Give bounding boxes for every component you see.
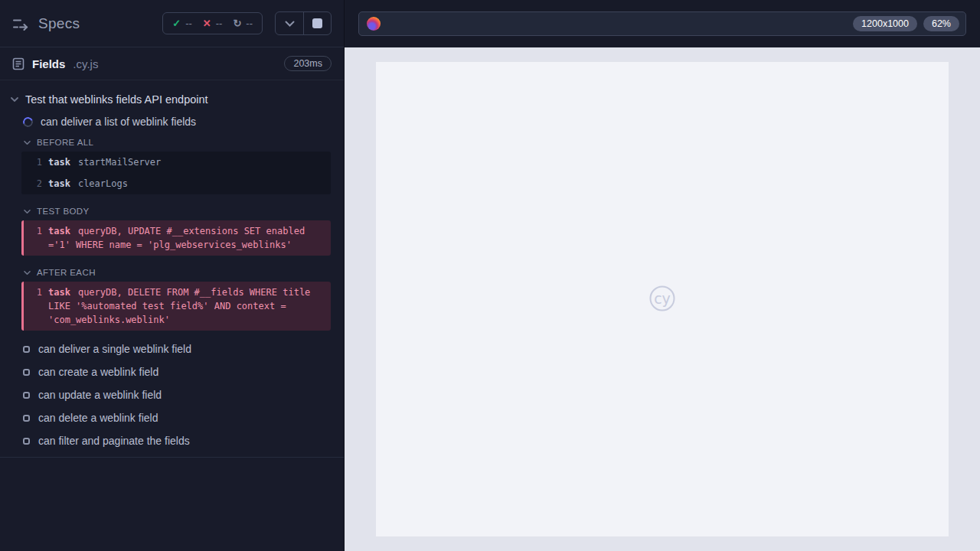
stop-icon	[312, 18, 322, 28]
stage-background: cy	[345, 47, 980, 551]
stat-failed: ✕ --	[203, 18, 223, 29]
cypress-app: Specs ✓ -- ✕ -- ↻ --	[0, 0, 980, 551]
command-text: taskqueryDB, DELETE FROM #__fields WHERE…	[48, 285, 326, 327]
pending-test-icon	[23, 415, 30, 422]
command-message: queryDB, UPDATE #__extensions SET enable…	[48, 226, 305, 250]
spec-file-row[interactable]: Fields .cy.js 203ms	[0, 47, 344, 80]
running-count: --	[246, 18, 253, 29]
hook-label: BEFORE ALL	[37, 138, 93, 147]
stat-running: ↻ --	[233, 18, 253, 29]
suite-title: Test that weblinks fields API endpoint	[25, 93, 208, 106]
run-controls	[275, 11, 332, 35]
command-method: task	[48, 287, 70, 298]
command-row[interactable]: 2 taskclearLogs	[24, 173, 331, 194]
command-row[interactable]: 1 taskstartMailServer	[24, 152, 331, 173]
hook-label: AFTER EACH	[37, 268, 96, 277]
test-stats: ✓ -- ✕ -- ↻ --	[162, 12, 263, 34]
command-number: 1	[24, 155, 48, 169]
chevron-down-icon	[285, 21, 295, 27]
command-message: queryDB, DELETE FROM #__fields WHERE tit…	[48, 287, 310, 325]
passed-count: --	[185, 18, 192, 29]
command-text: taskqueryDB, UPDATE #__extensions SET en…	[48, 224, 326, 252]
test-title: can delete a weblink field	[38, 412, 158, 424]
url-bar[interactable]: 1200x1000 62%	[358, 11, 966, 36]
firefox-icon	[367, 17, 381, 31]
stop-run-button[interactable]	[303, 12, 331, 34]
hook-before-all[interactable]: BEFORE ALL	[0, 132, 344, 149]
command-text: taskclearLogs	[48, 177, 326, 191]
pending-test-icon	[23, 392, 30, 399]
test-title: can deliver a list of weblink fields	[41, 116, 196, 128]
test-title: can create a weblink field	[38, 366, 158, 378]
command-method: task	[48, 178, 70, 189]
command-message: startMailServer	[78, 157, 161, 168]
test-title: can filter and paginate the fields	[38, 435, 190, 447]
pending-test-row[interactable]: can update a weblink field	[0, 383, 344, 406]
test-tree: Test that weblinks fields API endpoint c…	[0, 80, 344, 452]
zoom-level-badge: 62%	[923, 16, 959, 32]
reporter-header: Specs ✓ -- ✕ -- ↻ --	[0, 0, 344, 47]
check-icon: ✓	[172, 18, 181, 28]
chevron-down-icon	[24, 271, 31, 275]
command-method: task	[48, 157, 70, 168]
viewport-size-badge: 1200x1000	[853, 16, 917, 32]
chevron-down-icon	[11, 97, 18, 102]
pending-test-icon	[23, 438, 30, 445]
command-row[interactable]: 1 taskqueryDB, DELETE FROM #__fields WHE…	[24, 282, 331, 331]
spec-file-extension: .cy.js	[73, 57, 98, 70]
suite-row[interactable]: Test that weblinks fields API endpoint	[0, 88, 344, 111]
collapse-sidebar-icon[interactable]	[12, 17, 29, 31]
refresh-icon: ↻	[233, 18, 241, 28]
pending-test-row[interactable]: can delete a weblink field	[0, 406, 344, 429]
after-each-commands: 1 taskqueryDB, DELETE FROM #__fields WHE…	[21, 282, 331, 331]
spec-file-icon	[12, 57, 24, 70]
test-body-commands: 1 taskqueryDB, UPDATE #__extensions SET …	[21, 220, 331, 256]
pending-test-icon	[23, 346, 30, 353]
before-all-commands: 1 taskstartMailServer 2 taskclearLogs	[21, 152, 331, 194]
reporter-sidebar: Specs ✓ -- ✕ -- ↻ --	[0, 0, 345, 551]
test-title: can deliver a single weblink field	[38, 343, 191, 355]
command-number: 1	[24, 285, 48, 327]
test-title: can update a weblink field	[38, 389, 162, 401]
pending-test-row[interactable]: can deliver a single weblink field	[0, 337, 344, 360]
hook-label: TEST BODY	[37, 207, 90, 216]
specs-title: Specs	[38, 15, 80, 32]
collapse-all-button[interactable]	[276, 12, 303, 34]
svg-text:cy: cy	[654, 290, 671, 307]
spec-duration-badge: 203ms	[284, 56, 332, 71]
aut-panel: 1200x1000 62% cy	[345, 0, 980, 551]
command-text: taskstartMailServer	[48, 155, 326, 169]
app-viewport[interactable]: cy	[376, 62, 949, 536]
stat-passed: ✓ --	[172, 18, 192, 29]
cypress-logo-icon: cy	[647, 284, 678, 315]
command-row[interactable]: 1 taskqueryDB, UPDATE #__extensions SET …	[24, 220, 331, 256]
chevron-down-icon	[24, 141, 31, 145]
running-spinner-icon	[21, 115, 34, 128]
hook-after-each[interactable]: AFTER EACH	[0, 262, 344, 279]
spec-file-name: Fields	[32, 57, 65, 70]
command-number: 1	[24, 224, 48, 252]
browser-header: 1200x1000 62%	[345, 0, 980, 47]
pending-test-row[interactable]: can filter and paginate the fields	[0, 429, 344, 452]
command-message: clearLogs	[78, 178, 128, 189]
sidebar-empty-area	[0, 458, 344, 551]
failed-count: --	[216, 18, 223, 29]
pending-test-row[interactable]: can create a weblink field	[0, 360, 344, 383]
hook-test-body[interactable]: TEST BODY	[0, 201, 344, 218]
active-test-row[interactable]: can deliver a list of weblink fields	[0, 111, 344, 132]
pending-tests: can deliver a single weblink field can c…	[0, 337, 344, 452]
pending-test-icon	[23, 369, 30, 376]
x-icon: ✕	[203, 18, 211, 28]
chevron-down-icon	[24, 210, 31, 214]
command-method: task	[48, 226, 70, 236]
command-number: 2	[24, 177, 48, 191]
